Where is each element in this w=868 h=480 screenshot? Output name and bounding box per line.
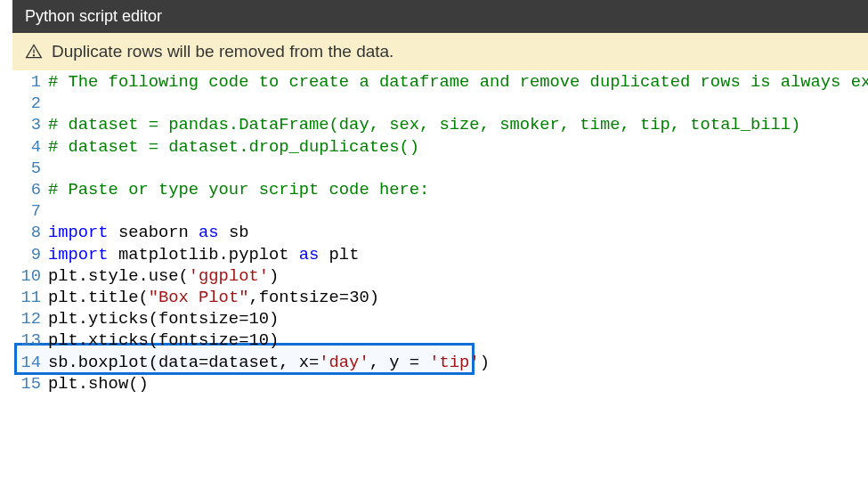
svg-point-1 [34, 55, 35, 56]
token-ident: , y = [369, 353, 430, 372]
line-content[interactable]: # dataset = pandas.DataFrame(day, sex, s… [48, 114, 800, 135]
warning-text: Duplicate rows will be removed from the … [52, 42, 393, 61]
code-line[interactable]: 14sb.boxplot(data=dataset, x='day', y = … [12, 352, 868, 373]
line-number: 14 [12, 352, 48, 373]
line-number: 11 [12, 287, 48, 308]
line-content[interactable]: plt.show() [48, 373, 149, 395]
line-number: 13 [12, 329, 48, 351]
warning-bar: Duplicate rows will be removed from the … [12, 33, 868, 70]
token-ident: plt [319, 245, 359, 264]
code-editor[interactable]: 1# The following code to create a datafr… [12, 70, 868, 480]
token-ident: plt.title( [48, 288, 149, 307]
code-line[interactable]: 6# Paste or type your script code here: [12, 179, 868, 200]
token-string: 'ggplot' [189, 266, 269, 286]
code-line[interactable]: 8import seaborn as sb [12, 222, 868, 243]
script-editor-panel: Python script editor Duplicate rows will… [12, 0, 868, 480]
code-line[interactable]: 4# dataset = dataset.drop_duplicates() [12, 136, 868, 158]
line-content[interactable]: plt.style.use('ggplot') [48, 265, 279, 287]
token-ident: sb.boxplot(data=dataset, x= [48, 353, 319, 372]
line-number: 8 [12, 222, 48, 243]
token-keyword: import [48, 245, 109, 264]
token-keyword: as [299, 245, 320, 264]
token-string: 'day' [319, 353, 369, 372]
token-comment: # Paste or type your script code here: [48, 180, 429, 199]
line-content[interactable]: plt.xticks(fontsize=10) [48, 329, 279, 351]
code-line[interactable]: 9import matplotlib.pyplot as plt [12, 244, 868, 265]
line-number: 5 [12, 158, 48, 179]
token-ident: ,fontsize=30) [248, 288, 379, 307]
line-number: 10 [12, 265, 48, 287]
code-line[interactable]: 13plt.xticks(fontsize=10) [12, 329, 868, 351]
token-ident: ) [269, 266, 279, 286]
editor-header: Python script editor [12, 0, 868, 33]
code-line[interactable]: 3# dataset = pandas.DataFrame(day, sex, … [12, 114, 868, 135]
token-string: 'tip' [429, 353, 479, 372]
line-number: 12 [12, 308, 48, 329]
token-comment: # dataset = dataset.drop_duplicates() [48, 137, 419, 157]
token-keyword: as [199, 223, 219, 242]
code-line[interactable]: 12plt.yticks(fontsize=10) [12, 308, 868, 329]
line-number: 1 [12, 71, 48, 93]
line-content[interactable]: # The following code to create a datafra… [48, 71, 868, 93]
line-content[interactable]: plt.yticks(fontsize=10) [48, 308, 279, 329]
token-ident: seaborn [109, 223, 199, 242]
line-number: 4 [12, 136, 48, 158]
token-comment: # The following code to create a datafra… [48, 72, 868, 92]
token-ident: ) [480, 353, 490, 372]
line-number: 3 [12, 114, 48, 135]
code-line[interactable]: 10plt.style.use('ggplot') [12, 265, 868, 287]
token-ident: matplotlib.pyplot [109, 245, 299, 264]
token-ident: plt.yticks(fontsize=10) [48, 309, 279, 329]
line-number: 15 [12, 373, 48, 395]
code-line[interactable]: 1# The following code to create a datafr… [12, 71, 868, 93]
line-content[interactable]: # Paste or type your script code here: [48, 179, 429, 200]
line-content[interactable]: sb.boxplot(data=dataset, x='day', y = 't… [48, 352, 490, 373]
token-ident: plt.show() [48, 374, 149, 394]
line-number: 9 [12, 244, 48, 265]
token-ident: plt.style.use( [48, 266, 189, 286]
line-content[interactable]: import matplotlib.pyplot as plt [48, 244, 359, 265]
code-line[interactable]: 7 [12, 200, 868, 222]
line-number: 2 [12, 93, 48, 114]
code-line[interactable]: 5 [12, 158, 868, 179]
code-line[interactable]: 15plt.show() [12, 373, 868, 395]
token-ident: plt.xticks(fontsize=10) [48, 330, 279, 350]
line-content[interactable]: import seaborn as sb [48, 222, 248, 243]
token-ident: sb [219, 223, 249, 242]
token-keyword: import [48, 223, 109, 242]
token-comment: # dataset = pandas.DataFrame(day, sex, s… [48, 115, 800, 134]
line-number: 6 [12, 179, 48, 200]
line-content[interactable]: # dataset = dataset.drop_duplicates() [48, 136, 419, 158]
token-string: "Box Plot" [149, 288, 249, 307]
line-number: 7 [12, 200, 48, 222]
warning-icon [25, 43, 43, 61]
code-line[interactable]: 11plt.title("Box Plot",fontsize=30) [12, 287, 868, 308]
editor-title: Python script editor [25, 7, 162, 25]
code-line[interactable]: 2 [12, 93, 868, 114]
line-content[interactable]: plt.title("Box Plot",fontsize=30) [48, 287, 379, 308]
